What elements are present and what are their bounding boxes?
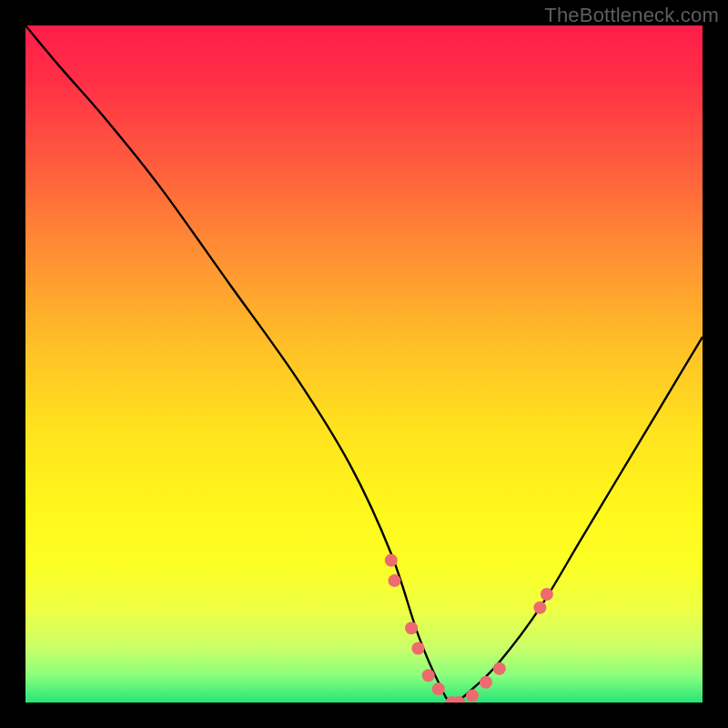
curve-marker <box>385 554 398 567</box>
chart-frame: TheBottleneck.com <box>0 0 728 728</box>
curve-marker <box>422 669 435 682</box>
curve-marker <box>412 642 425 655</box>
curve-marker <box>541 588 553 601</box>
curve-marker <box>405 622 418 634</box>
watermark-text: TheBottleneck.com <box>544 4 719 27</box>
curve-marker <box>493 662 506 675</box>
bottleneck-curve <box>25 25 703 703</box>
marker-group <box>385 554 553 703</box>
curve-marker <box>432 682 445 695</box>
plot-area <box>25 25 703 703</box>
curve-marker <box>389 574 401 587</box>
chart-svg <box>25 25 703 703</box>
curve-marker <box>466 690 479 703</box>
curve-marker <box>533 602 546 614</box>
curve-marker <box>480 676 492 689</box>
